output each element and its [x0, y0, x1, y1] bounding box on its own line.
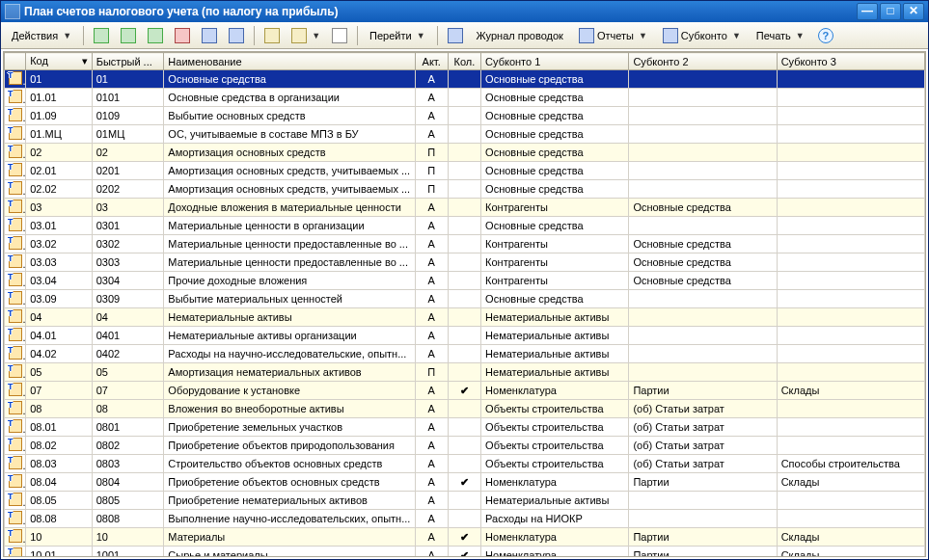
print-menu[interactable]: Печать▼	[750, 27, 811, 44]
table-row[interactable]: 0404Нематериальные активыАНематериальные…	[5, 308, 925, 327]
cell-sub3: Способы строительства	[777, 455, 924, 473]
account-icon	[9, 346, 22, 360]
journal-button[interactable]: Журнал проводок	[470, 27, 570, 44]
subkonto-icon	[663, 28, 678, 43]
cell-sub2	[629, 162, 777, 180]
table-row[interactable]: 0808Вложения во внеоборотные активыАОбъе…	[5, 400, 925, 418]
cell-sub2	[629, 345, 777, 363]
col-akt[interactable]: Акт.	[415, 53, 448, 70]
add-button[interactable]	[89, 25, 114, 46]
cell-sub3	[777, 308, 924, 327]
table-row[interactable]: 0707Оборудование к установкеА✔Номенклату…	[5, 382, 925, 400]
cell-code: 08.04	[26, 473, 93, 492]
cell-sub1: Объекты строительства	[481, 455, 629, 473]
edit-icon	[148, 28, 163, 43]
delete-icon	[175, 28, 190, 43]
table-row[interactable]: 03.040304Прочие доходные вложенияАКонтра…	[5, 272, 925, 290]
cell-akt: П	[415, 162, 448, 180]
accounts-grid[interactable]: Код ▾ Быстрый ... Наименование Акт. Кол.…	[3, 51, 926, 557]
cell-fast: 0401	[92, 327, 164, 345]
account-icon	[9, 511, 22, 524]
actions-menu[interactable]: Действия▼	[5, 27, 78, 44]
close-button[interactable]: ✕	[903, 3, 924, 20]
refresh-button[interactable]	[443, 25, 468, 46]
cell-kol	[448, 162, 480, 180]
table-row[interactable]: 03.030303Материальные ценности предостав…	[5, 253, 925, 272]
edit-button[interactable]	[143, 25, 168, 46]
table-row[interactable]: 0202Амортизация основных средствПОсновны…	[5, 144, 925, 162]
cell-sub2: Партии	[629, 382, 777, 400]
cell-name: Материальные ценности предоставленные во…	[164, 253, 415, 272]
cell-akt: А	[415, 547, 448, 558]
cell-fast: 0201	[92, 162, 164, 180]
clear-filter-button[interactable]	[327, 25, 352, 46]
move-up-button[interactable]	[197, 25, 222, 46]
cell-sub3: Склады	[777, 528, 924, 547]
cell-akt: А	[415, 382, 448, 400]
cell-kol	[448, 510, 480, 528]
cell-akt: А	[415, 492, 448, 510]
account-icon	[9, 419, 22, 433]
cell-sub3	[777, 272, 924, 290]
filter-button[interactable]	[260, 25, 285, 46]
col-icon[interactable]	[5, 53, 26, 70]
table-row[interactable]: 01.090109Выбытие основных средствАОсновн…	[5, 107, 925, 125]
cell-kol	[448, 492, 480, 510]
table-row[interactable]: 0303Доходные вложения в материальные цен…	[5, 199, 925, 217]
table-row[interactable]: 08.080808Выполнение научно-исследователь…	[5, 510, 925, 528]
col-fast[interactable]: Быстрый ...	[92, 53, 164, 70]
col-sub2[interactable]: Субконто 2	[629, 53, 777, 70]
col-sub1[interactable]: Субконто 1	[481, 53, 629, 70]
table-row[interactable]: 04.010401Нематериальные активы организац…	[5, 327, 925, 345]
table-row[interactable]: 03.010301Материальные ценности в организ…	[5, 217, 925, 235]
cell-kol: ✔	[448, 528, 480, 547]
table-row[interactable]: 08.020802Приобретение объектов природопо…	[5, 437, 925, 455]
table-row[interactable]: 1010МатериалыА✔НоменклатураПартииСклады	[5, 528, 925, 547]
table-row[interactable]: 01.010101Основные средства в организации…	[5, 89, 925, 107]
cell-sub1: Объекты строительства	[481, 418, 629, 437]
filter-off-button[interactable]: ▼	[287, 25, 325, 46]
move-down-button[interactable]	[224, 25, 249, 46]
reports-menu[interactable]: Отчеты▼	[572, 25, 654, 46]
cell-sub1: Нематериальные активы	[481, 363, 629, 382]
col-kol[interactable]: Кол.	[448, 53, 480, 70]
cell-name: Приобретение нематериальных активов	[164, 492, 415, 510]
goto-menu[interactable]: Перейти▼	[363, 27, 432, 44]
cell-fast: 0303	[92, 253, 164, 272]
table-row[interactable]: 08.030803Строительство объектов основных…	[5, 455, 925, 473]
maximize-button[interactable]: □	[880, 3, 901, 20]
cell-name: Нематериальные активы	[164, 308, 415, 327]
table-row[interactable]: 08.040804Приобретение объектов основных …	[5, 473, 925, 492]
cell-akt: А	[415, 125, 448, 144]
table-row[interactable]: 0505Амортизация нематериальных активовПН…	[5, 363, 925, 382]
down-icon	[229, 28, 244, 43]
cell-fast: 07	[92, 382, 164, 400]
cell-sub1: Основные средства	[481, 70, 629, 89]
col-code[interactable]: Код ▾	[26, 53, 93, 70]
cell-name: Выбытие основных средств	[164, 107, 415, 125]
table-row[interactable]: 10.011001Сырье и материалыА✔Номенклатура…	[5, 547, 925, 558]
table-row[interactable]: 04.020402Расходы на научно-исследователь…	[5, 345, 925, 363]
add-copy-button[interactable]	[116, 25, 141, 46]
cell-fast: 03	[92, 199, 164, 217]
table-row[interactable]: 0101Основные средстваАОсновные средства	[5, 70, 925, 89]
cell-kol	[448, 125, 480, 144]
col-sub3[interactable]: Субконто 3	[777, 53, 924, 70]
table-row[interactable]: 02.020202Амортизация основных средств, у…	[5, 180, 925, 199]
help-button[interactable]: ?	[813, 25, 838, 46]
table-row[interactable]: 08.010801Приобретение земельных участков…	[5, 418, 925, 437]
cell-sub3	[777, 437, 924, 455]
cell-fast: 0804	[92, 473, 164, 492]
minimize-button[interactable]: —	[857, 3, 878, 20]
cell-sub2	[629, 70, 777, 89]
col-name[interactable]: Наименование	[164, 53, 415, 70]
subkonto-menu[interactable]: Субконто▼	[656, 25, 748, 46]
table-row[interactable]: 01.МЦ01МЦОС, учитываемые в составе МПЗ в…	[5, 125, 925, 144]
delete-button[interactable]	[170, 25, 195, 46]
cell-sub3: Склады	[777, 547, 924, 558]
table-row[interactable]: 03.020302Материальные ценности предостав…	[5, 235, 925, 253]
table-row[interactable]: 08.050805Приобретение нематериальных акт…	[5, 492, 925, 510]
table-row[interactable]: 02.010201Амортизация основных средств, у…	[5, 162, 925, 180]
cell-sub3	[777, 199, 924, 217]
table-row[interactable]: 03.090309Выбытие материальных ценностейА…	[5, 290, 925, 308]
